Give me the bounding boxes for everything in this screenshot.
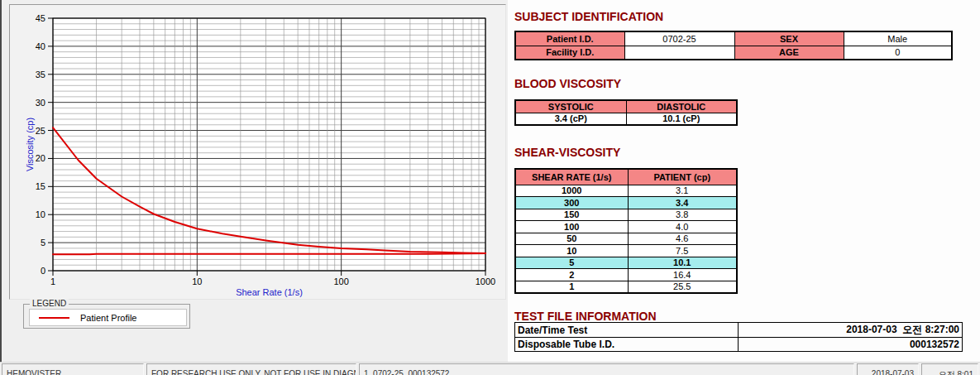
legend-groupbox: LEGEND Patient Profile	[23, 304, 190, 329]
shear-viscosity-heading: SHEAR-VISCOSITY	[514, 146, 620, 159]
shear-row-2[interactable]: 216.4	[515, 269, 737, 281]
subject-identification-table: Patient I.D. 0702-25 SEX Male Facility I…	[514, 31, 953, 60]
viscosity-cell: 4.0	[628, 221, 737, 233]
shear-rate-cell: 10	[515, 245, 628, 257]
svg-text:5: 5	[41, 238, 45, 248]
status-bar: HEMOVISTER FOR RESEARCH USE ONLY. NOT FO…	[0, 362, 980, 375]
svg-text:25: 25	[36, 126, 45, 136]
shear-rate-cell: 150	[515, 209, 628, 221]
disposable-tube-id-label: Disposable Tube I.D.	[515, 338, 739, 352]
shear-row-300[interactable]: 3003.4	[515, 197, 737, 209]
shear-rate-cell: 1000	[515, 185, 628, 197]
diastolic-header: DIASTOLIC	[626, 100, 737, 113]
status-disclaimer: FOR RESEARCH USE ONLY. NOT FOR USE IN DI…	[146, 363, 356, 375]
shear-rate-column-header: SHEAR RATE (1/s)	[515, 169, 628, 185]
shear-viscosity-chart: 0510152025303540451101001000Viscosity (c…	[10, 5, 505, 299]
svg-text:45: 45	[36, 13, 45, 23]
systolic-value: 3.4 (cP)	[515, 113, 626, 125]
patient-id-label: Patient I.D.	[515, 31, 624, 46]
svg-text:35: 35	[36, 70, 45, 79]
legend-title: LEGEND	[30, 299, 69, 308]
legend-entry-label: Patient Profile	[80, 313, 136, 323]
viscosity-cell: 3.8	[628, 209, 737, 221]
test-file-information-heading: TEST FILE INFORMATION	[514, 310, 657, 323]
status-current-file: 1. 0702-25_000132572	[359, 363, 854, 375]
svg-text:15: 15	[36, 181, 45, 191]
shear-rate-cell: 300	[515, 197, 628, 209]
viscosity-cell: 10.1	[628, 257, 737, 269]
shear-row-1[interactable]: 125.5	[515, 281, 737, 293]
shear-rate-cell: 2	[515, 269, 628, 281]
table-header-row: SHEAR RATE (1/s) PATIENT (cp)	[515, 169, 737, 185]
table-row: Date/Time Test 2018-07-03 오전 8:27:00	[515, 323, 963, 338]
viscosity-cell: 4.6	[628, 233, 737, 245]
shear-row-10[interactable]: 107.5	[515, 245, 737, 257]
age-value: 0	[844, 46, 952, 60]
diastolic-value: 10.1 (cP)	[626, 113, 737, 125]
shear-viscosity-table: SHEAR RATE (1/s) PATIENT (cp) 10003.1 30…	[514, 168, 738, 294]
status-device-name: HEMOVISTER	[2, 363, 144, 375]
svg-text:Viscosity (cp): Viscosity (cp)	[25, 118, 35, 171]
date-time-test-value: 2018-07-03 오전 8:27:00	[739, 323, 963, 338]
table-row: Disposable Tube I.D. 000132572	[515, 338, 963, 352]
svg-text:10: 10	[36, 209, 45, 219]
blood-viscosity-table: SYSTOLIC DIASTOLIC 3.4 (cP) 10.1 (cP)	[514, 99, 738, 126]
facility-id-value	[624, 46, 734, 60]
table-row: Facility I.D. AGE 0	[515, 46, 952, 60]
status-date: 2018-07-03	[857, 363, 919, 375]
svg-text:20: 20	[36, 153, 45, 163]
sex-value: Male	[844, 31, 952, 46]
svg-text:0: 0	[41, 266, 45, 276]
shear-row-150[interactable]: 1503.8	[515, 209, 737, 221]
date-time-test-label: Date/Time Test	[515, 323, 739, 338]
shear-rate-cell: 50	[515, 233, 628, 245]
viscosity-cell: 16.4	[628, 269, 737, 281]
shear-row-5[interactable]: 510.1	[515, 257, 737, 269]
shear-rate-cell: 1	[515, 281, 628, 293]
shear-row-1000[interactable]: 10003.1	[515, 185, 737, 197]
svg-text:40: 40	[36, 41, 45, 51]
patient-profile-line-swatch	[39, 317, 69, 319]
sex-label: SEX	[734, 31, 844, 46]
age-label: AGE	[734, 46, 844, 60]
legend-box: Patient Profile	[29, 309, 187, 326]
status-time: 오전 8:01	[921, 363, 978, 375]
systolic-header: SYSTOLIC	[515, 100, 626, 113]
facility-id-label: Facility I.D.	[515, 46, 624, 60]
viscosity-cell: 25.5	[628, 281, 737, 293]
shear-rate-cell: 5	[515, 257, 628, 269]
svg-text:1: 1	[50, 276, 55, 286]
viscosity-chart-panel: 0510152025303540451101001000Viscosity (c…	[9, 4, 506, 300]
blood-viscosity-heading: BLOOD VISCOSITY	[514, 77, 621, 90]
table-row: 3.4 (cP) 10.1 (cP)	[515, 113, 737, 125]
shear-rate-cell: 100	[515, 221, 628, 233]
viscosity-cell: 3.1	[628, 185, 737, 197]
viscosity-cell: 3.4	[628, 197, 737, 209]
svg-text:Shear Rate (1/s): Shear Rate (1/s)	[236, 287, 303, 297]
window-left-edge	[0, 0, 2, 375]
shear-row-50[interactable]: 504.6	[515, 233, 737, 245]
svg-text:30: 30	[36, 98, 45, 108]
disposable-tube-id-value: 000132572	[739, 338, 963, 352]
subject-identification-heading: SUBJECT IDENTIFICATION	[514, 10, 663, 23]
viscosity-cell: 7.5	[628, 245, 737, 257]
svg-text:1000: 1000	[476, 276, 495, 286]
svg-text:100: 100	[333, 276, 348, 286]
test-file-information-table: Date/Time Test 2018-07-03 오전 8:27:00 Dis…	[514, 322, 963, 352]
svg-text:10: 10	[192, 276, 202, 286]
shear-row-100[interactable]: 1004.0	[515, 221, 737, 233]
patient-id-value: 0702-25	[624, 31, 734, 46]
patient-column-header: PATIENT (cp)	[628, 169, 737, 185]
table-row: SYSTOLIC DIASTOLIC	[515, 100, 737, 113]
table-row: Patient I.D. 0702-25 SEX Male	[515, 31, 952, 46]
